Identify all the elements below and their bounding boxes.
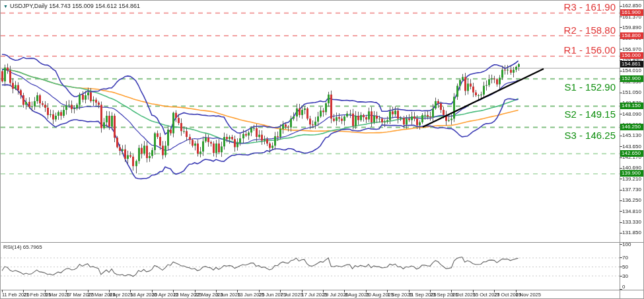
price-badge-146.250: 146.250 [620, 124, 644, 130]
date-axis-label[interactable]: 6 Nov 2025 [516, 292, 541, 298]
support-level-label: S1 - 152.90 [564, 81, 616, 93]
price-axis-label[interactable]: 143.650 [622, 144, 641, 150]
support-level-label: S2 - 149.15 [564, 108, 616, 120]
price-badge-154.861: 154.861 [620, 61, 644, 67]
date-axis-label[interactable]: 7 Jul 2025 [280, 292, 303, 298]
price-badge-142.650: 142.650 [620, 150, 644, 157]
price-axis-label[interactable]: 133.330 [622, 219, 641, 225]
price-axis-label[interactable]: 136.250 [622, 197, 641, 203]
price-axis-label[interactable]: 134.810 [622, 208, 641, 214]
chart-window: ▼USDJPY,Daily 154.743 155.009 154.612 15… [0, 0, 644, 299]
price-axis-label[interactable]: 162.850 [622, 3, 641, 9]
price-badge-161.900: 161.900 [620, 9, 644, 16]
price-badge-149.150: 149.150 [620, 103, 644, 109]
price-axis-label[interactable]: 145.130 [622, 132, 641, 138]
rsi-scale-label[interactable]: 70 [622, 255, 628, 261]
price-axis-label[interactable]: 137.730 [622, 187, 641, 192]
price-axis-label[interactable]: 148.090 [622, 111, 641, 117]
date-axis-label[interactable]: 8 Apr 2025 [109, 292, 133, 298]
rsi-scale-label[interactable]: 30 [622, 273, 628, 279]
resistance-level-label: R2 - 158.80 [564, 24, 616, 36]
symbol-ohlc-label: USDJPY,Daily 154.743 155.009 154.612 154… [10, 3, 140, 9]
price-badge-158.800: 158.800 [620, 32, 644, 39]
rsi-scale-label[interactable]: 100 [622, 241, 631, 247]
price-badge-139.900: 139.900 [620, 170, 644, 177]
price-badge-156.000: 156.000 [620, 52, 644, 59]
symbol-header: ▼USDJPY,Daily 154.743 155.009 154.612 15… [3, 3, 140, 9]
support-level-label: S3 - 146.25 [564, 130, 616, 141]
symbol-dropdown-icon[interactable]: ▼ [3, 4, 8, 9]
date-axis-label[interactable]: 3 Oct 2025 [451, 292, 476, 298]
rsi-scale-label[interactable]: 50 [622, 264, 628, 270]
price-axis-label[interactable]: 156.970 [622, 46, 641, 52]
price-badge-152.900: 152.900 [620, 75, 644, 82]
rsi-indicator-label: RSI(14) 65.7965 [3, 244, 42, 250]
resistance-level-label: R3 - 161.90 [564, 1, 616, 13]
chart-canvas[interactable] [1, 1, 644, 299]
price-axis-label[interactable]: 154.010 [622, 67, 641, 73]
resistance-level-label: R1 - 156.00 [564, 44, 616, 56]
price-axis-label[interactable]: 151.050 [622, 89, 641, 95]
price-axis-label[interactable]: 131.850 [622, 230, 641, 235]
price-axis-label[interactable]: 159.890 [622, 24, 641, 30]
rsi-scale-label[interactable]: 0 [622, 284, 625, 290]
